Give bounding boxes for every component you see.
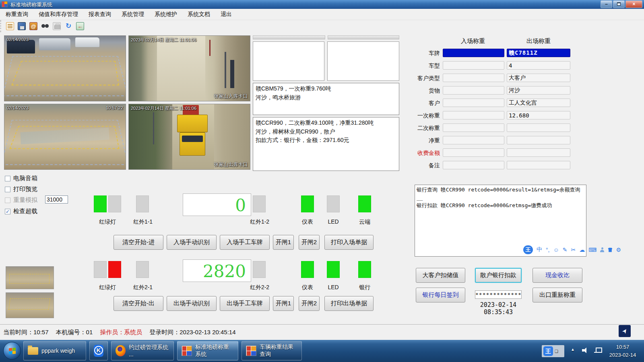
ime-tray-group[interactable]: 王 ❏ [542, 345, 564, 357]
ime-cloud-icon[interactable]: ☁ [579, 247, 585, 253]
minimize-button[interactable]: – [601, 0, 612, 8]
clear-start-exit-button[interactable]: 清空开始-出 [114, 296, 163, 311]
entry-first-weigh-field[interactable] [443, 111, 504, 119]
entry-charge-amount-field[interactable] [443, 148, 504, 157]
entry-customer-field[interactable] [443, 99, 504, 107]
menu-system-mgmt[interactable]: 系统管理 [122, 11, 144, 18]
start-button[interactable] [3, 342, 21, 360]
menu-report-query[interactable]: 报表查询 [89, 11, 111, 18]
taskbar-item-browser[interactable]: 约过磅管理系统 ... [111, 341, 174, 360]
clear-start-entry-button[interactable]: 清空开始-进 [114, 235, 163, 250]
checkbox-label: 打印预览 [13, 185, 37, 193]
ime-account-icon[interactable] [600, 247, 604, 252]
exit-plate-field[interactable] [507, 49, 570, 57]
refresh-icon[interactable]: ↻ [64, 22, 72, 30]
taskbar-item-weigh-query[interactable]: 车辆称重结果查询 [242, 341, 302, 360]
entry-plate-field[interactable] [443, 49, 504, 57]
weight-display-1: 0 [183, 193, 251, 216]
sogou-tray-icon[interactable]: 王 [543, 346, 553, 356]
checkbox-label: 检查超载 [13, 208, 37, 215]
taskbar-clock[interactable]: 10:57 2023-02-14 [605, 343, 641, 359]
ime-toolbar[interactable]: 王 中 °, ☺ ✎ ✂ ☁ ⌨ ⚙ [523, 245, 621, 254]
exit-customer-type-field[interactable] [507, 74, 570, 82]
exit-remark-field[interactable] [507, 161, 570, 169]
menu-stored-value[interactable]: 储值和库存管理 [39, 11, 78, 18]
checkbox-pc-speaker[interactable]: 电脑音箱 [5, 175, 37, 182]
exit-second-weigh-field[interactable] [507, 123, 570, 132]
restore-button[interactable] [613, 0, 625, 8]
camera-feed-exit-overview: 02/14/2023 10:57:22 [4, 104, 126, 170]
ime-state-icon[interactable]: ❏ [555, 349, 558, 354]
menu-weigh-query[interactable]: 称重查询 [6, 11, 28, 18]
entry-vehicle-type-field[interactable] [443, 61, 504, 70]
print-icon[interactable] [53, 22, 61, 30]
entry-cargo-field[interactable] [443, 86, 504, 95]
menu-exit[interactable]: 退出 [221, 11, 232, 18]
toolbar: @ ↻ ← [0, 20, 644, 32]
exit-cargo-field[interactable] [507, 86, 570, 95]
contacts-icon[interactable]: @ [29, 22, 37, 30]
exit-vehicle-type-field[interactable] [507, 61, 570, 70]
exit-customer-field[interactable] [507, 99, 570, 107]
open-gate-2-exit-button[interactable]: 开闸2 [299, 296, 320, 311]
open-gate-1-exit-button[interactable]: 开闸1 [273, 296, 294, 311]
taskbar-item-label: 车辆称重结果查询 [260, 343, 297, 358]
retail-bank-deduct-button[interactable]: 散户银行扣款 [475, 268, 522, 283]
led-2-light [327, 261, 340, 278]
ime-skin-icon[interactable] [608, 248, 612, 252]
sim-weight-input[interactable] [45, 195, 68, 204]
open-gate-1-entry-button[interactable]: 开闸1 [273, 235, 294, 250]
ime-handwrite-icon[interactable]: ✎ [563, 247, 568, 253]
masked-password-field[interactable] [475, 290, 522, 299]
ime-language-icon[interactable]: 中 [537, 246, 542, 253]
exit-charge-amount-field[interactable] [507, 148, 570, 157]
entry-second-weigh-field[interactable] [443, 123, 504, 132]
ime-clip-icon[interactable]: ✂ [571, 247, 576, 253]
taskbar-item-k-app[interactable]: K [89, 341, 108, 360]
checkbox-print-preview[interactable]: 打印预览 [5, 185, 37, 193]
ime-settings-icon[interactable]: ⚙ [616, 247, 621, 253]
print-exit-receipt-button[interactable]: 打印出场单据 [324, 296, 374, 311]
ime-punctuation-icon[interactable]: °, [546, 247, 550, 253]
exit-icon[interactable]: ← [76, 22, 84, 30]
entry-customer-type-field[interactable] [443, 74, 504, 82]
exit-first-weigh-field[interactable] [507, 111, 570, 119]
save-icon[interactable] [18, 22, 26, 30]
checkbox-icon [5, 197, 10, 203]
vip-deduct-button[interactable]: 大客户扣储值 [416, 268, 465, 283]
new-record-icon[interactable] [6, 22, 14, 30]
infrared-1-2-light [253, 195, 266, 212]
entry-manual-plate-button[interactable]: 入场手工车牌 [220, 235, 270, 250]
pointer-widget[interactable]: ➤ [619, 325, 631, 337]
menu-system-docs[interactable]: 系统文档 [188, 11, 210, 18]
print-entry-receipt-button[interactable]: 打印入场单据 [324, 235, 374, 250]
ime-emoji-icon[interactable]: ☺ [553, 247, 559, 253]
checkbox-check-overload[interactable]: ✓ 检查超载 [5, 208, 37, 215]
exit-net-weight-field[interactable] [507, 136, 570, 144]
exit-reweigh-button[interactable]: 出口重新称重 [533, 288, 582, 302]
tray-up-arrow-icon[interactable]: ▲ [571, 347, 575, 352]
binoculars-icon[interactable] [41, 22, 49, 30]
entry-manual-recognize-button[interactable]: 入场手动识别 [167, 235, 217, 250]
snapshot-thumbnail-2 [6, 292, 54, 318]
menu-system-maint[interactable]: 系统维护 [155, 11, 177, 18]
cash-received-button[interactable]: 现金收讫 [533, 268, 582, 283]
ime-keyboard-icon[interactable]: ⌨ [588, 247, 597, 253]
ime-logo-icon[interactable]: 王 [523, 245, 533, 254]
exit-message-line: 赣CCR990，二次称重49.100吨，净重31.280吨 [256, 119, 396, 128]
open-gate-2-entry-button[interactable]: 开闸2 [299, 235, 320, 250]
bank-daily-signin-button[interactable]: 银行每日签到 [416, 288, 465, 302]
app-icon [2, 1, 8, 7]
indicator-label: 仪表 [293, 284, 322, 291]
close-button[interactable]: × [625, 0, 642, 8]
exit-manual-recognize-button[interactable]: 出场手动识别 [167, 296, 217, 311]
infrared-1-1-light [136, 195, 149, 212]
traffic-light-2-green [94, 261, 107, 278]
taskbar-item-weigh-system[interactable]: 标准地磅称重系统 [177, 341, 238, 360]
indicator-label: 红外2-2 [242, 284, 278, 291]
entry-remark-field[interactable] [443, 161, 504, 169]
taskbar-item-folder[interactable]: pppark weigh [23, 341, 86, 360]
exit-manual-plate-button[interactable]: 出场手工车牌 [220, 296, 270, 311]
entry-net-weight-field[interactable] [443, 136, 504, 144]
checkbox-icon: ✓ [5, 209, 10, 214]
